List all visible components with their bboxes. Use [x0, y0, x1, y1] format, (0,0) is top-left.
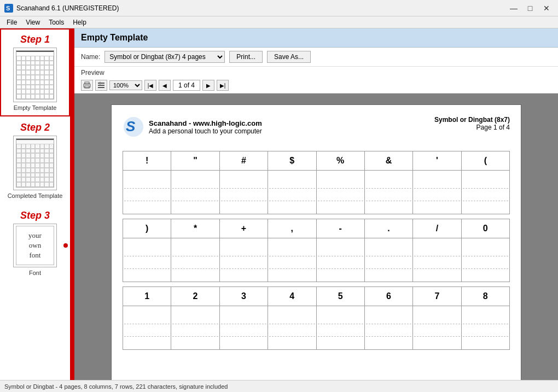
step3-line1: your: [20, 231, 50, 241]
printer-icon: [83, 81, 91, 89]
char-cell: [364, 238, 412, 282]
sidebar-item-step2[interactable]: Step 2 for(let r=0;r<9;r++){for(let c=0;…: [0, 116, 70, 204]
char-header-dollar: $: [268, 151, 316, 171]
char-header-six: 6: [364, 287, 412, 306]
char-row-2-header: ) * + , - . / 0: [123, 219, 510, 238]
char-cell: [364, 306, 412, 350]
step2-thumbnail: for(let r=0;r<9;r++){for(let c=0;c<8;c++…: [13, 136, 57, 190]
char-header-quote: ": [171, 151, 219, 171]
last-page-button[interactable]: ▶|: [217, 80, 229, 91]
maximize-button[interactable]: □: [523, 3, 537, 14]
char-row-1-header: ! " # $ % & ' (: [123, 151, 510, 171]
char-row-1-body: [123, 171, 510, 214]
char-header-rparen: ): [123, 219, 171, 238]
char-header-apos: ': [413, 151, 461, 171]
char-cell: [413, 238, 461, 282]
char-cell: [171, 171, 219, 214]
svg-rect-7: [98, 87, 104, 88]
menu-tools[interactable]: Tools: [44, 17, 68, 27]
char-header-zero: 0: [461, 219, 509, 238]
char-header-comma: ,: [268, 219, 316, 238]
step3-name: Font: [3, 270, 67, 276]
statusbar: Symbol or Dingbat - 4 pages, 8 columns, …: [0, 380, 558, 392]
preview-area[interactable]: S Scanahand - www.high-logic.com Add a p…: [74, 93, 558, 380]
char-header-three: 3: [219, 287, 268, 306]
menu-view[interactable]: View: [21, 17, 44, 27]
step3-line2: own: [20, 241, 50, 250]
step3-thumbnail: your own font: [13, 224, 57, 267]
prev-page-button[interactable]: ◀: [159, 80, 171, 91]
doc-title: Symbol or Dingbat (8x7): [434, 116, 510, 124]
content-area: Empty Template Name: Symbol or Dingbat (…: [74, 28, 558, 380]
header-subtitle: Add a personal touch to your computer: [149, 127, 262, 135]
sidebar-item-step3[interactable]: Step 3 your own font Font: [0, 204, 70, 282]
step1-label: Step 1: [3, 34, 67, 45]
page-label: Page 1 of 4: [434, 124, 510, 131]
char-header-seven: 7: [413, 287, 461, 306]
print-icon-button[interactable]: [81, 80, 93, 91]
header-title: Scanahand - www.high-logic.com: [149, 119, 262, 127]
char-header-amp: &: [364, 151, 412, 171]
settings-icon-button[interactable]: [95, 80, 107, 91]
settings-icon: [97, 81, 105, 89]
page-header-text: Scanahand - www.high-logic.com Add a per…: [149, 119, 262, 135]
minimize-button[interactable]: —: [507, 3, 521, 14]
window-controls: — □ ✕: [507, 3, 554, 14]
char-cell: [171, 306, 219, 350]
name-toolbar: Name: Symbol or Dingbat (8x7) 4 pages Pr…: [74, 48, 558, 67]
svg-text:S: S: [6, 5, 10, 11]
char-cell: [268, 238, 316, 282]
char-cell: [171, 238, 219, 282]
char-header-two: 2: [171, 287, 219, 306]
main-container: Step 1 for(let r=0;r<9;r++){for(let c=0;…: [0, 28, 558, 380]
char-grid-row3: 1 2 3 4 5 6 7 8: [123, 286, 510, 350]
char-header-eight: 8: [461, 287, 509, 306]
char-cell: [461, 306, 509, 350]
menu-help[interactable]: Help: [68, 17, 91, 27]
char-header-five: 5: [316, 287, 364, 306]
step3-line3: font: [20, 250, 50, 260]
char-cell: [123, 171, 171, 214]
content-title: Empty Template: [74, 28, 558, 48]
save-as-button[interactable]: Save As...: [267, 51, 311, 63]
char-grid: ! " # $ % & ' (: [123, 151, 510, 214]
menu-file[interactable]: File: [2, 17, 21, 27]
page-header-left: S Scanahand - www.high-logic.com Add a p…: [123, 116, 262, 138]
char-cell: [123, 238, 171, 282]
char-cell: [316, 306, 364, 350]
print-button[interactable]: Print...: [229, 51, 263, 63]
char-cell: [219, 306, 268, 350]
preview-page: S Scanahand - www.high-logic.com Add a p…: [111, 104, 521, 380]
char-cell: [413, 306, 461, 350]
char-cell: [268, 171, 316, 214]
char-header-lparen: (: [461, 151, 509, 171]
char-header-exclaim: !: [123, 151, 171, 171]
char-header-asterisk: *: [171, 219, 219, 238]
nav-toolbar: 50%75%100%125%150% |◀ ◀ 1 of 4 ▶ ▶|: [74, 78, 558, 93]
app-icon: S: [4, 4, 13, 13]
char-header-slash: /: [413, 219, 461, 238]
next-page-button[interactable]: ▶: [202, 80, 214, 91]
page-header-right: Symbol or Dingbat (8x7) Page 1 of 4: [434, 116, 510, 131]
first-page-button[interactable]: |◀: [144, 80, 156, 91]
char-cell: [219, 171, 268, 214]
char-row-3-body: [123, 306, 510, 350]
close-button[interactable]: ✕: [539, 3, 554, 14]
svg-text:S: S: [126, 118, 136, 134]
char-header-period: .: [364, 219, 412, 238]
name-label: Name:: [81, 53, 100, 61]
svg-rect-6: [98, 85, 104, 86]
sidebar-item-step1[interactable]: Step 1 for(let r=0;r<9;r++){for(let c=0;…: [0, 28, 70, 116]
preview-label: Preview: [74, 67, 558, 78]
step2-label: Step 2: [3, 122, 67, 133]
name-select[interactable]: Symbol or Dingbat (8x7) 4 pages: [104, 51, 225, 63]
char-cell: [461, 238, 509, 282]
step1-thumbnail: for(let r=0;r<9;r++){for(let c=0;c<8;c++…: [13, 48, 57, 102]
char-cell: [316, 238, 364, 282]
step3-indicator: [63, 243, 68, 248]
step3-label: Step 3: [3, 210, 67, 221]
statusbar-text: Symbol or Dingbat - 4 pages, 8 columns, …: [4, 383, 228, 390]
char-cell: [316, 171, 364, 214]
char-header-one: 1: [123, 287, 171, 306]
zoom-select[interactable]: 50%75%100%125%150%: [109, 80, 142, 90]
